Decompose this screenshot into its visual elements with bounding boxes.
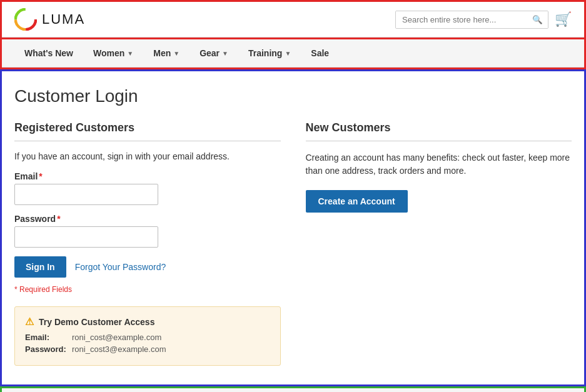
chevron-down-icon: ▼ (222, 50, 228, 57)
logo-text: LUMA (42, 11, 85, 28)
login-grid: Registered Customers If you have an acco… (14, 121, 572, 366)
password-required-star: * (57, 214, 60, 224)
nav-label-training: Training (248, 48, 282, 58)
chevron-down-icon: ▼ (127, 50, 133, 57)
new-section-title: New Customers (306, 121, 572, 141)
email-field[interactable] (14, 184, 158, 205)
nav-label-whats-new: What's New (24, 48, 73, 58)
search-input[interactable] (396, 11, 527, 28)
new-customers-description: Creating an account has many benefits: c… (306, 151, 572, 178)
header-nav-wrapper: LUMA 🔍 🛒 What's New Women ▼ Men ▼ (0, 0, 586, 69)
registered-customers-section: Registered Customers If you have an acco… (14, 121, 281, 366)
demo-password-row: Password: roni_cost3@example.com (25, 344, 270, 354)
logo-area: LUMA (14, 8, 85, 31)
registered-description: If you have an account, sign in with you… (14, 151, 281, 161)
search-box: 🔍 (395, 11, 548, 29)
nav-inner: What's New Women ▼ Men ▼ Gear ▼ Training… (14, 39, 572, 67)
search-area: 🔍 🛒 (395, 11, 572, 29)
nav-label-gear: Gear (200, 48, 220, 58)
nav-item-whats-new[interactable]: What's New (14, 39, 83, 67)
nav-item-women[interactable]: Women ▼ (83, 39, 143, 67)
cart-icon[interactable]: 🛒 (555, 11, 572, 28)
email-required-star: * (39, 171, 42, 181)
warning-icon: ⚠ (25, 316, 34, 328)
nav-label-men: Men (153, 48, 171, 58)
sign-in-button[interactable]: Sign In (14, 256, 66, 278)
search-button[interactable]: 🔍 (527, 11, 548, 28)
forgot-password-link[interactable]: Forgot Your Password? (75, 262, 166, 272)
demo-email-value: roni_cost@example.com (72, 333, 161, 342)
chevron-down-icon: ▼ (285, 50, 291, 57)
registered-section-title: Registered Customers (14, 121, 281, 141)
nav-label-women: Women (93, 48, 124, 58)
password-field[interactable] (14, 226, 158, 248)
main-content: Customer Login Registered Customers If y… (2, 71, 584, 384)
nav-item-training[interactable]: Training ▼ (238, 39, 301, 67)
email-label: Email* (14, 171, 281, 181)
main-nav: What's New Women ▼ Men ▼ Gear ▼ Training… (2, 38, 584, 68)
logo-icon (14, 8, 37, 31)
demo-email-row: Email: roni_cost@example.com (25, 333, 270, 342)
new-customers-section: New Customers Creating an account has ma… (306, 121, 572, 366)
page-wrapper: Customer Login Registered Customers If y… (0, 69, 586, 386)
demo-password-label: Password: (25, 344, 66, 354)
nav-label-sale: Sale (311, 48, 329, 58)
create-account-button[interactable]: Create an Account (306, 190, 408, 213)
demo-box: ⚠ Try Demo Customer Access Email: roni_c… (14, 306, 281, 366)
demo-password-value: roni_cost3@example.com (72, 344, 166, 354)
nav-item-sale[interactable]: Sale (301, 39, 339, 67)
site-header: LUMA 🔍 🛒 (2, 2, 584, 38)
signin-row: Sign In Forgot Your Password? (14, 256, 281, 278)
nav-item-men[interactable]: Men ▼ (143, 39, 189, 67)
chevron-down-icon: ▼ (173, 50, 179, 57)
demo-email-label: Email: (25, 333, 66, 342)
demo-title: ⚠ Try Demo Customer Access (25, 316, 270, 328)
page-title: Customer Login (14, 86, 572, 106)
password-label: Password* (14, 214, 281, 224)
nav-item-gear[interactable]: Gear ▼ (189, 39, 238, 67)
search-icon: 🔍 (532, 15, 543, 24)
site-footer: About us Customer Service Search Terms P… (0, 386, 586, 392)
required-note: * Required Fields (14, 285, 281, 294)
